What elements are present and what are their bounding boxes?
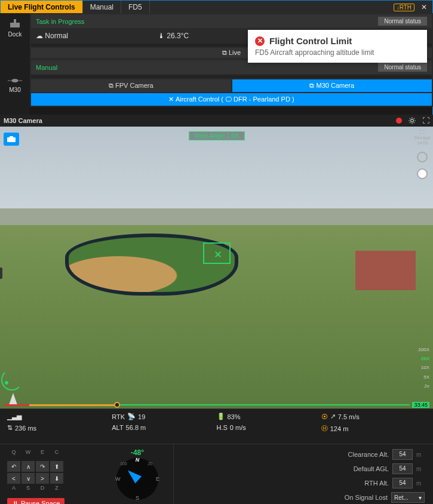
- drone-icon: [7, 77, 23, 84]
- m30-camera-button[interactable]: ⧉ M30 Camera: [232, 79, 432, 92]
- clearance-input[interactable]: 54: [392, 449, 413, 460]
- topbar: Live Flight Controls Manual FD5 ↓RTH ✕: [1, 1, 432, 14]
- key-label-e: E: [36, 449, 49, 460]
- alert-toast: ✕Flight Control Limit FD5 Aircraft appro…: [248, 30, 427, 63]
- gear-icon[interactable]: [408, 116, 416, 125]
- nav-drone[interactable]: M30: [0, 72, 30, 98]
- left-nav: Dock M30: [0, 13, 30, 115]
- alert-title: Flight Control Limit: [269, 36, 352, 46]
- satellite-icon: 📡: [127, 413, 136, 420]
- pause-button[interactable]: ⏸ Pause Space: [7, 498, 65, 504]
- compass-s: S: [136, 495, 139, 501]
- compass: -48° N S E W 20 300: [102, 444, 173, 504]
- battery-icon: 🔋: [217, 413, 225, 420]
- key-left[interactable]: <: [7, 473, 20, 484]
- timeline-marker[interactable]: [114, 402, 120, 408]
- nav-drone-label: M30: [9, 87, 20, 93]
- key-label-d: D: [36, 485, 49, 496]
- wide-angle-badge[interactable]: Wide-Angle 1.0X: [189, 131, 244, 140]
- rth-alt-label: RTH Alt.: [364, 480, 389, 487]
- building: [355, 251, 416, 290]
- timeline-time: 33:45: [412, 402, 429, 408]
- camera-mode-button[interactable]: [4, 133, 19, 146]
- rtk-value: RTK 📡 19: [112, 413, 216, 420]
- gimbal-dial-icon[interactable]: [1, 369, 23, 391]
- tilt-speed: ⦿ ↗ 7.5 m/s: [321, 413, 426, 420]
- bottom-controls: Q W E C ↶ ∧ ↷ ⬆ < ∨ > ⬇ A S D Z ⏸ Pause …: [0, 444, 433, 504]
- compass-tick-300: 300: [120, 462, 127, 466]
- tab-fd5[interactable]: FD5: [121, 1, 150, 14]
- nav-dock[interactable]: Dock: [0, 13, 30, 42]
- close-icon[interactable]: ✕: [419, 3, 429, 11]
- svg-point-2: [11, 79, 19, 82]
- key-back[interactable]: ∨: [22, 473, 35, 484]
- key-label-z: Z: [50, 485, 63, 496]
- gimbal-indicator: [1, 369, 25, 405]
- compass-tick-20: 20: [148, 462, 152, 466]
- key-rotate-left[interactable]: ↶: [7, 461, 20, 472]
- flight-settings: Clearance Alt. 54 m Default AGL 54 m RTH…: [173, 444, 433, 504]
- zoom-scale[interactable]: 200X 20X 10X 5X 2x: [418, 345, 429, 391]
- drone-mode-label: Manual: [36, 64, 57, 71]
- timeline[interactable]: 33:45: [0, 401, 433, 408]
- compass-n: N: [136, 457, 140, 463]
- key-right[interactable]: >: [36, 473, 49, 484]
- fpv-camera-button[interactable]: ⧉ FPV Camera: [31, 79, 231, 92]
- tab-manual[interactable]: Manual: [83, 1, 121, 14]
- nav-dock-label: Dock: [8, 31, 22, 38]
- key-label-c: C: [50, 449, 63, 460]
- drone-status-badge: Normal status: [378, 63, 427, 72]
- shutter-button[interactable]: [417, 168, 428, 179]
- agl-input[interactable]: 54: [392, 463, 413, 474]
- signal-icon: ▁▃▅: [7, 413, 22, 420]
- unit-m: m: [416, 451, 425, 458]
- chevron-down-icon: ▾: [419, 494, 422, 501]
- signal-indicator: ▁▃▅: [7, 413, 112, 420]
- compass-w: W: [115, 476, 121, 482]
- rth-input[interactable]: 54: [392, 478, 413, 488]
- error-icon: ✕: [255, 36, 265, 46]
- keypad: Q W E C ↶ ∧ ↷ ⬆ < ∨ > ⬇ A S D Z ⏸ Pause …: [0, 444, 102, 504]
- tab-live-flight-controls[interactable]: Live Flight Controls: [1, 1, 83, 14]
- video-area: M30 Camera ⛶ Wide-Angle 1.0X Zoom ⛶Stora…: [0, 115, 433, 408]
- storage-indicator: ⛶Storage1470: [414, 130, 431, 146]
- key-label-q: Q: [7, 449, 20, 460]
- hspeed: H.S 0 m/s: [217, 424, 321, 431]
- distance: Ⓗ 124 m: [321, 424, 426, 433]
- agl-label: Default AGL: [354, 465, 389, 472]
- svg-rect-7: [10, 136, 13, 138]
- tilt-icon: ⦿: [321, 413, 328, 420]
- video-viewport[interactable]: Wide-Angle 1.0X Zoom ⛶Storage1470 200X 2…: [0, 127, 433, 408]
- key-label-s: S: [22, 485, 35, 496]
- dock-status-badge: Normal status: [378, 17, 427, 26]
- latency-icon: ⇅: [7, 424, 13, 432]
- rth-button[interactable]: ↓RTH: [394, 4, 414, 11]
- aircraft-control-button[interactable]: ✕ Aircraft Control ( 🖵 DFR - Pearland PD…: [31, 93, 432, 106]
- compass-e: E: [156, 476, 159, 482]
- compass-needle-icon: [125, 467, 142, 484]
- dock-mode: ☁ Normal: [36, 32, 68, 40]
- heading-value: -48°: [131, 448, 144, 457]
- compass-dial[interactable]: N S E W 20 300: [116, 458, 158, 500]
- alt-value: ALT 56.8 m: [112, 424, 216, 431]
- zoom-button[interactable]: Zoom: [0, 268, 2, 279]
- signal-lost-select[interactable]: Ret...▾: [391, 492, 425, 503]
- unit-m2: m: [416, 466, 425, 472]
- key-down[interactable]: ⬇: [50, 473, 63, 484]
- record-icon[interactable]: [396, 118, 402, 124]
- key-rotate-right[interactable]: ↷: [36, 461, 49, 472]
- fullscreen-icon[interactable]: ⛶: [422, 116, 429, 125]
- video-title: M30 Camera: [4, 117, 42, 124]
- dock-temp: 🌡 26.3°C: [158, 32, 189, 40]
- key-label-w: W: [22, 449, 35, 460]
- key-forward[interactable]: ∧: [22, 461, 35, 472]
- key-up[interactable]: ⬆: [50, 461, 63, 472]
- target-reticle: [203, 242, 231, 264]
- battery: 🔋83%: [217, 413, 321, 420]
- svg-rect-1: [14, 19, 16, 23]
- record-button[interactable]: [417, 152, 428, 162]
- home-icon: Ⓗ: [321, 424, 328, 433]
- right-controls: ⛶Storage1470: [414, 130, 431, 179]
- telemetry-bar: ▁▃▅ ⇅236 ms RTK 📡 19 ALT 56.8 m 🔋83% H.S…: [0, 408, 433, 444]
- signal-lost-label: On Signal Lost: [345, 494, 388, 501]
